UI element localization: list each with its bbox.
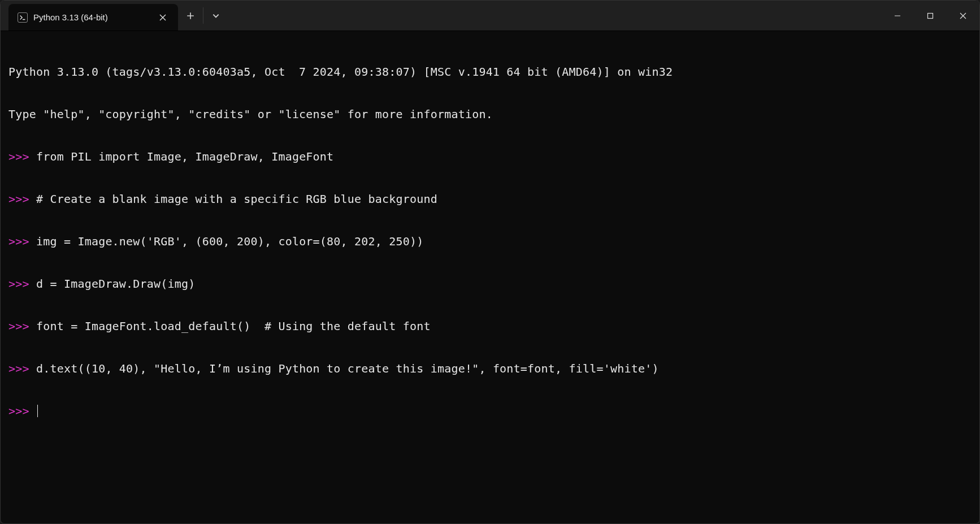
maximize-button[interactable]	[914, 1, 947, 31]
code-text: d.text((10, 40), "Hello, I’m using Pytho…	[36, 362, 659, 375]
repl-line: >>> font = ImageFont.load_default() # Us…	[8, 319, 972, 334]
repl-current-line[interactable]: >>>	[8, 404, 972, 418]
minimize-button[interactable]	[881, 1, 914, 31]
window-controls	[881, 1, 979, 31]
code-text: img = Image.new('RGB', (600, 200), color…	[36, 235, 424, 248]
repl-line: >>> img = Image.new('RGB', (600, 200), c…	[8, 235, 972, 249]
tab-python[interactable]: Python 3.13 (64-bit)	[8, 4, 178, 31]
code-text: font = ImageFont.load_default() # Using …	[36, 319, 431, 333]
repl-line: >>> from PIL import Image, ImageDraw, Im…	[8, 150, 972, 164]
code-text: # Create a blank image with a specific R…	[36, 192, 437, 206]
prompt: >>>	[8, 362, 36, 375]
prompt: >>>	[8, 319, 36, 333]
prompt: >>>	[8, 404, 36, 418]
close-window-button[interactable]	[947, 1, 979, 31]
tab-close-button[interactable]	[155, 10, 170, 25]
prompt: >>>	[8, 150, 36, 163]
cursor	[37, 405, 38, 417]
banner-line: Python 3.13.0 (tags/v3.13.0:60403a5, Oct…	[8, 65, 972, 79]
repl-line: >>> d = ImageDraw.Draw(img)	[8, 277, 972, 291]
terminal-window: Python 3.13 (64-bit)	[0, 0, 980, 524]
tab-dropdown-button[interactable]	[203, 1, 228, 31]
prompt: >>>	[8, 277, 36, 291]
repl-line: >>> # Create a blank image with a specif…	[8, 192, 972, 206]
prompt: >>>	[8, 235, 36, 248]
repl-line: >>> d.text((10, 40), "Hello, I’m using P…	[8, 362, 972, 376]
prompt: >>>	[8, 192, 36, 206]
terminal-icon	[18, 12, 28, 23]
titlebar-drag-region[interactable]	[228, 1, 881, 31]
banner-line: Type "help", "copyright", "credits" or "…	[8, 107, 972, 122]
titlebar: Python 3.13 (64-bit)	[1, 1, 979, 31]
new-tab-button[interactable]	[178, 1, 203, 31]
tab-title: Python 3.13 (64-bit)	[33, 12, 150, 22]
code-text: d = ImageDraw.Draw(img)	[36, 277, 196, 291]
svg-rect-0	[928, 14, 933, 19]
code-text: from PIL import Image, ImageDraw, ImageF…	[36, 150, 333, 163]
terminal-output[interactable]: Python 3.13.0 (tags/v3.13.0:60403a5, Oct…	[1, 31, 979, 452]
